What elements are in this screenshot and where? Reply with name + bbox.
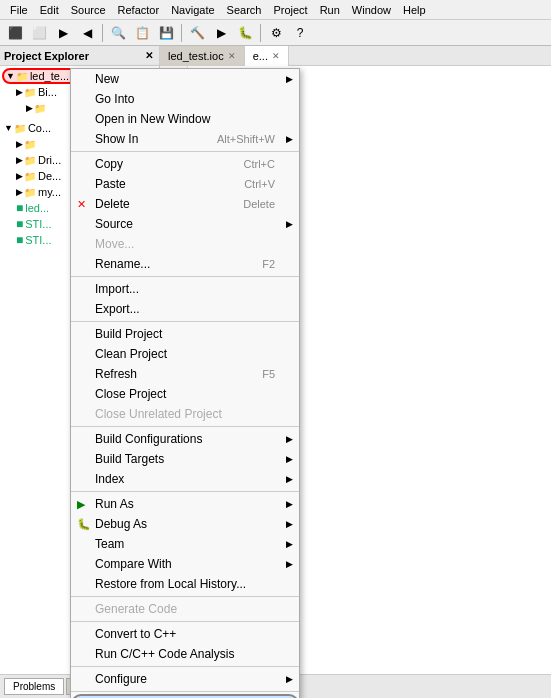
toolbar-btn-build[interactable]: 🔨 [186, 22, 208, 44]
ctx-debug-as[interactable]: 🐛 Debug As [71, 514, 299, 534]
menu-run[interactable]: Run [314, 2, 346, 18]
ctx-move: Move... [71, 234, 299, 254]
editor-tab-bar: led_test.ioc ✕ e... ✕ [160, 46, 551, 66]
ctx-show-in[interactable]: Show In Alt+Shift+W [71, 129, 299, 149]
tree-label-sti2: STI... [25, 234, 51, 246]
run-icon: ▶ [77, 498, 85, 511]
debug-icon: 🐛 [77, 518, 91, 531]
ctx-sep-9 [71, 691, 299, 692]
toolbar-btn-gear[interactable]: ⚙ [265, 22, 287, 44]
tree-icon-co: 📁 [14, 123, 26, 134]
toolbar-btn-7[interactable]: 💾 [155, 22, 177, 44]
tree-icon-dri: 📁 [24, 155, 36, 166]
toolbar-btn-4[interactable]: ◀ [76, 22, 98, 44]
ctx-open-new-window[interactable]: Open in New Window [71, 109, 299, 129]
toolbar-btn-3[interactable]: ▶ [52, 22, 74, 44]
menu-project[interactable]: Project [267, 2, 313, 18]
tree-icon-led-te: 📁 [16, 71, 28, 82]
menu-window[interactable]: Window [346, 2, 397, 18]
tree-label-dri: Dri... [38, 154, 61, 166]
tree-label-led-te: led_te... [30, 70, 69, 82]
menu-search[interactable]: Search [221, 2, 268, 18]
ctx-compare-with[interactable]: Compare With [71, 554, 299, 574]
ctx-sep-1 [71, 151, 299, 152]
editor-tab-ioc[interactable]: led_test.ioc ✕ [160, 46, 245, 66]
toolbar-btn-question[interactable]: ? [289, 22, 311, 44]
editor-tab-e-close[interactable]: ✕ [272, 51, 280, 61]
tree-arrow-dri: ▶ [16, 155, 23, 165]
ctx-build-configs[interactable]: Build Configurations [71, 429, 299, 449]
menu-edit[interactable]: Edit [34, 2, 65, 18]
ctx-show-in-shortcut: Alt+Shift+W [217, 133, 291, 145]
ctx-copy-shortcut: Ctrl+C [244, 158, 291, 170]
toolbar-sep-3 [260, 24, 261, 42]
toolbar-btn-2[interactable]: ⬜ [28, 22, 50, 44]
editor-tab-ioc-close[interactable]: ✕ [228, 51, 236, 61]
menu-help[interactable]: Help [397, 2, 432, 18]
tree-icon-sti2: ■ [16, 233, 23, 247]
tree-arrow-bi: ▶ [16, 87, 23, 97]
ctx-configure[interactable]: Configure [71, 669, 299, 689]
tree-icon-bi: 📁 [24, 87, 36, 98]
ctx-rename[interactable]: Rename... F2 [71, 254, 299, 274]
ctx-convert-cpp[interactable]: Convert to C++ [71, 624, 299, 644]
tree-arrow-my: ▶ [16, 187, 23, 197]
ctx-sep-4 [71, 426, 299, 427]
toolbar-btn-run[interactable]: ▶ [210, 22, 232, 44]
tree-label-co: Co... [28, 122, 51, 134]
menu-navigate[interactable]: Navigate [165, 2, 220, 18]
tree-arrow-co-sub: ▶ [16, 139, 23, 149]
tree-label-de: De... [38, 170, 61, 182]
ide-container: File Edit Source Refactor Navigate Searc… [0, 0, 551, 698]
context-menu: New Go Into Open in New Window Show In A… [70, 68, 300, 698]
toolbar-btn-1[interactable]: ⬛ [4, 22, 26, 44]
ctx-build-project[interactable]: Build Project [71, 324, 299, 344]
menu-refactor[interactable]: Refactor [112, 2, 166, 18]
ctx-build-targets[interactable]: Build Targets [71, 449, 299, 469]
ctx-sep-5 [71, 491, 299, 492]
ctx-close-project[interactable]: Close Project [71, 384, 299, 404]
ctx-paste[interactable]: Paste Ctrl+V [71, 174, 299, 194]
toolbar-sep-1 [102, 24, 103, 42]
ctx-copy[interactable]: Copy Ctrl+C [71, 154, 299, 174]
toolbar-btn-6[interactable]: 📋 [131, 22, 153, 44]
ctx-delete[interactable]: ✕ Delete Delete [71, 194, 299, 214]
ctx-properties[interactable]: Properties Alt+Enter [71, 694, 299, 698]
ctx-refresh[interactable]: Refresh F5 [71, 364, 299, 384]
tree-arrow-de: ▶ [16, 171, 23, 181]
tree-icon-my: 📁 [24, 187, 36, 198]
ctx-run-analysis[interactable]: Run C/C++ Code Analysis [71, 644, 299, 664]
toolbar-btn-debug[interactable]: 🐛 [234, 22, 256, 44]
ctx-close-unrelated: Close Unrelated Project [71, 404, 299, 424]
ctx-clean-project[interactable]: Clean Project [71, 344, 299, 364]
ctx-paste-shortcut: Ctrl+V [244, 178, 291, 190]
tree-icon-co-sub: 📁 [24, 139, 36, 150]
tree-arrow-co: ▼ [4, 123, 13, 133]
explorer-close-btn[interactable]: ✕ [143, 50, 155, 61]
ctx-source[interactable]: Source [71, 214, 299, 234]
ctx-team[interactable]: Team [71, 534, 299, 554]
tree-icon-de: 📁 [24, 171, 36, 182]
delete-icon: ✕ [77, 198, 86, 211]
ctx-run-as[interactable]: ▶ Run As [71, 494, 299, 514]
ctx-export[interactable]: Export... [71, 299, 299, 319]
tree-arrow-bi-sub: ▶ [26, 103, 33, 113]
menu-file[interactable]: File [4, 2, 34, 18]
ctx-go-into[interactable]: Go Into [71, 89, 299, 109]
tree-icon-bi-sub: 📁 [34, 103, 46, 114]
toolbar: ⬛ ⬜ ▶ ◀ 🔍 📋 💾 🔨 ▶ 🐛 ⚙ ? [0, 20, 551, 46]
ctx-index[interactable]: Index [71, 469, 299, 489]
tree-label-my: my... [38, 186, 61, 198]
editor-tab-ioc-label: led_test.ioc [168, 50, 224, 62]
status-tab-problems[interactable]: Problems [4, 678, 64, 695]
tree-label-bi: Bi... [38, 86, 57, 98]
menu-source[interactable]: Source [65, 2, 112, 18]
toolbar-btn-5[interactable]: 🔍 [107, 22, 129, 44]
ctx-import[interactable]: Import... [71, 279, 299, 299]
tree-icon-led: ■ [16, 201, 23, 215]
tree-label-led: led... [25, 202, 49, 214]
ctx-sep-8 [71, 666, 299, 667]
ctx-new[interactable]: New [71, 69, 299, 89]
editor-tab-e[interactable]: e... ✕ [245, 46, 289, 66]
ctx-restore-from-history[interactable]: Restore from Local History... [71, 574, 299, 594]
